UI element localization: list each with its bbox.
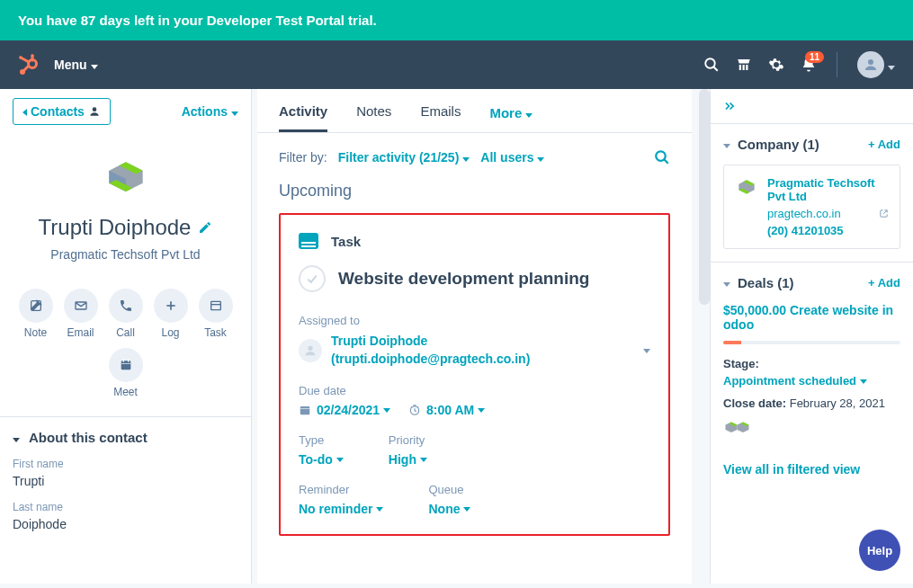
call-label: Call [116,326,135,339]
queue-label: Queue [428,483,470,496]
add-deal-button[interactable]: + Add [868,276,900,290]
all-users-dropdown[interactable]: All users [480,150,544,165]
due-date-value: 02/24/2021 [317,403,380,417]
external-link-icon[interactable] [879,209,889,218]
company-logo-icon [99,152,153,206]
task-type-icon [299,233,318,249]
contact-company: Pragmatic Techsoft Pvt Ltd [13,247,238,262]
center-panel: Activity Notes Emails More Filter by: Fi… [252,89,710,584]
close-date-value: February 28, 2021 [790,396,885,410]
svg-point-24 [656,151,666,161]
chevron-down-icon [525,105,533,120]
deal-title-link[interactable]: $50,000.00 Create website in odoo [723,303,900,332]
avatar-icon [857,51,884,78]
stage-dropdown[interactable]: Appointment scheduled [723,374,900,388]
company-phone[interactable]: (20) 41201035 [767,224,889,237]
settings-icon[interactable] [768,57,784,73]
contacts-back-button[interactable]: Contacts [13,98,111,125]
search-icon[interactable] [703,57,720,73]
chevron-down-icon [376,504,383,513]
due-date-picker[interactable]: 02/24/2021 [317,403,390,417]
meet-button[interactable] [109,348,143,382]
task-complete-checkbox[interactable] [299,265,326,292]
chevron-down-icon [231,104,238,119]
calendar-icon [299,404,311,416]
svg-point-4 [31,54,34,58]
tab-notes[interactable]: Notes [356,103,391,132]
task-type-label: Task [331,234,361,249]
tab-activity[interactable]: Activity [279,103,327,132]
help-button[interactable]: Help [859,530,900,571]
type-label: Type [299,433,344,447]
queue-value: None [428,502,460,516]
view-all-link[interactable]: View all in filtered view [711,450,913,489]
meet-label: Meet [113,386,138,398]
svg-rect-22 [128,359,129,361]
svg-rect-11 [746,65,747,70]
priority-dropdown[interactable]: High [389,452,427,467]
task-label: Task [204,326,227,339]
svg-rect-20 [121,361,130,370]
assignee-name: Trupti Doiphode [331,333,530,351]
reminder-dropdown[interactable]: No reminder [299,502,383,516]
call-button[interactable] [109,289,143,323]
type-dropdown[interactable]: To-do [299,452,344,467]
company-card[interactable]: Pragmatic Techsoft Pvt Ltd pragtech.co.i… [723,165,900,249]
tab-emails[interactable]: Emails [420,103,461,132]
company-logo-icon [735,176,758,200]
chevron-down-icon [13,430,20,445]
edit-name-icon[interactable] [198,220,212,235]
chevron-down-icon [383,405,390,414]
search-activity-icon[interactable] [654,149,670,165]
svg-rect-9 [739,65,741,70]
note-button[interactable] [19,289,53,323]
svg-point-26 [308,345,312,350]
scrollbar[interactable] [699,89,710,305]
stage-value: Appointment scheduled [723,374,856,388]
first-name-label: First name [13,458,238,470]
svg-line-8 [713,67,718,71]
assignee-email: (trupti.doiphode@pragtech.co.in) [331,351,530,369]
assignee-dropdown[interactable]: Trupti Doiphode (trupti.doiphode@pragtec… [299,333,650,368]
contact-header: Trupti Doiphode Pragmatic Techsoft Pvt L… [0,134,251,280]
task-card: Task Website development planning Assign… [279,213,670,536]
queue-dropdown[interactable]: None [428,502,470,516]
marketplace-icon[interactable] [736,57,752,73]
last-name-value[interactable]: Doiphode [13,517,238,531]
menu-label: Menu [54,58,87,72]
assigned-to-label: Assigned to [299,314,650,327]
hubspot-logo-icon[interactable] [18,54,40,76]
about-section-toggle[interactable]: About this contact [13,430,238,445]
menu-button[interactable]: Menu [54,58,98,72]
upcoming-heading: Upcoming [257,182,692,213]
filter-activity-dropdown[interactable]: Filter activity (21/25) [338,150,470,165]
expand-sidebar-icon[interactable] [711,89,913,123]
add-company-button[interactable]: + Add [868,138,900,151]
notifications-icon[interactable]: 11 [801,57,817,73]
svg-point-13 [93,107,97,111]
filter-by-label: Filter by: [279,150,327,165]
stage-label: Stage: [723,357,900,370]
contact-name: Trupti Doiphode [39,215,192,240]
associated-companies-icons[interactable] [723,419,900,437]
email-button[interactable] [64,289,98,323]
chevron-down-icon [462,150,470,165]
account-menu[interactable] [857,51,895,78]
due-time-value: 8:00 AM [426,403,474,417]
nav-divider [837,52,837,77]
log-button[interactable] [154,289,188,323]
type-value: To-do [299,452,333,467]
chevron-down-icon[interactable] [723,278,730,289]
left-sidebar: Contacts Actions Trupti Doiphode Pragmat… [0,89,252,584]
reminder-label: Reminder [299,483,383,496]
due-time-picker[interactable]: 8:00 AM [426,403,485,417]
chevron-down-icon[interactable] [723,139,730,150]
tab-more[interactable]: More [489,103,533,132]
task-button[interactable] [199,289,233,323]
svg-rect-10 [743,65,745,70]
first-name-value[interactable]: Trupti [13,474,238,488]
company-site-link[interactable]: pragtech.co.in [767,207,841,220]
company-name-link[interactable]: Pragmatic Techsoft Pvt Ltd [767,176,889,203]
actions-dropdown[interactable]: Actions [182,104,238,119]
chevron-down-icon [478,405,485,414]
